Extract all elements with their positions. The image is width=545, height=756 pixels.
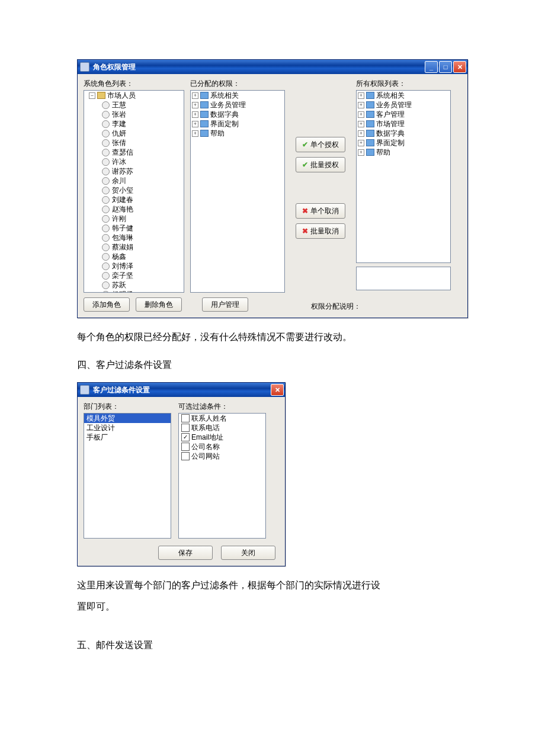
filter-label: 公司网站: [191, 451, 220, 462]
role-user-node[interactable]: 韩子健: [101, 223, 184, 233]
grant-one-button[interactable]: ✔ 单个授权: [296, 137, 345, 152]
role-user-node[interactable]: 张岩: [101, 110, 184, 119]
permission-node[interactable]: +业务员管理: [191, 100, 284, 110]
close-button[interactable]: ✕: [271, 384, 284, 396]
expand-icon[interactable]: +: [358, 102, 364, 108]
all-tree-panel[interactable]: +系统相关+业务员管理+客户管理+市场管理+数据字典+界面定制+帮助: [356, 90, 451, 263]
titlebar[interactable]: 客户过滤条件设置 ✕: [78, 383, 285, 397]
expand-icon[interactable]: +: [358, 121, 364, 127]
role-user-node[interactable]: 张倩: [101, 138, 184, 148]
filter-item[interactable]: 联系人姓名: [179, 414, 265, 423]
permission-node[interactable]: +数据字典: [357, 129, 450, 138]
permission-node[interactable]: +市场管理: [357, 119, 450, 129]
titlebar[interactable]: 角色权限管理 _ □ ✕: [78, 60, 467, 74]
grant-batch-button[interactable]: ✔ 批量授权: [296, 157, 345, 172]
expand-icon[interactable]: +: [192, 130, 198, 137]
role-user-node[interactable]: 刘建春: [101, 195, 184, 204]
permission-node[interactable]: +系统相关: [191, 91, 284, 100]
checkbox[interactable]: [181, 443, 190, 451]
dept-item[interactable]: 工业设计: [84, 423, 171, 433]
user-icon: [102, 215, 110, 223]
user-icon: [102, 253, 110, 261]
permission-node[interactable]: +帮助: [357, 148, 450, 157]
role-user-node[interactable]: 杨明勇: [101, 290, 184, 293]
permission-node[interactable]: +系统相关: [357, 91, 450, 100]
role-user-node[interactable]: 余川: [101, 176, 184, 185]
permission-label: 业务员管理: [210, 100, 246, 110]
minimize-button[interactable]: _: [425, 61, 438, 73]
role-user-node[interactable]: 包海琳: [101, 233, 184, 242]
filter-item[interactable]: 公司网站: [179, 451, 265, 461]
role-user-node[interactable]: 谢苏苏: [101, 166, 184, 176]
dept-item[interactable]: 模具外贸: [84, 414, 171, 423]
maximize-button[interactable]: □: [439, 61, 452, 73]
expand-icon[interactable]: +: [192, 92, 198, 99]
role-user-node[interactable]: 杨鑫: [101, 252, 184, 261]
dept-list-panel[interactable]: 模具外贸工业设计手板厂: [84, 413, 171, 539]
permission-node[interactable]: +数据字典: [191, 110, 284, 119]
filters-column: 可选过滤条件： 联系人姓名联系电话✓Email地址公司名称公司网站: [178, 402, 266, 539]
role-user-node[interactable]: 蔡淑娟: [101, 242, 184, 252]
folder-icon: [200, 92, 209, 99]
collapse-icon[interactable]: −: [89, 92, 95, 99]
permission-node[interactable]: +业务员管理: [357, 100, 450, 110]
role-user-label: 杨鑫: [112, 252, 126, 262]
filter-item[interactable]: ✓Email地址: [179, 433, 265, 442]
permission-label: 数据字典: [210, 110, 239, 120]
role-user-node[interactable]: 许刚: [101, 214, 184, 223]
checkbox[interactable]: [181, 424, 190, 432]
checkbox[interactable]: [181, 452, 190, 460]
expand-icon[interactable]: +: [192, 102, 198, 108]
delete-role-button[interactable]: 删除角色: [136, 297, 182, 312]
permission-node[interactable]: +界面定制: [191, 119, 284, 129]
role-user-node[interactable]: 栾子坚: [101, 271, 184, 280]
role-user-label: 谢苏苏: [112, 166, 133, 177]
app-icon: [80, 62, 89, 72]
permission-node[interactable]: +界面定制: [357, 138, 450, 148]
role-user-node[interactable]: 苏跃: [101, 280, 184, 290]
role-user-node[interactable]: 贺小玺: [101, 185, 184, 195]
checkbox[interactable]: ✓: [181, 433, 190, 441]
expand-icon[interactable]: +: [192, 121, 198, 127]
permission-node[interactable]: +帮助: [191, 129, 284, 138]
revoke-one-button[interactable]: ✖ 单个取消: [296, 203, 345, 219]
checkbox[interactable]: [181, 414, 190, 422]
user-icon: [102, 262, 110, 270]
dept-item[interactable]: 手板厂: [84, 433, 171, 442]
role-user-node[interactable]: 查瑟信: [101, 148, 184, 157]
filters-label: 可选过滤条件：: [178, 402, 266, 412]
role-user-node[interactable]: 许冰: [101, 157, 184, 166]
role-user-label: 王慧: [112, 100, 126, 110]
user-mgmt-button[interactable]: 用户管理: [202, 297, 248, 312]
role-user-node[interactable]: 赵海艳: [101, 204, 184, 214]
add-role-button[interactable]: 添加角色: [84, 297, 130, 312]
role-user-node[interactable]: 王慧: [101, 100, 184, 110]
save-button[interactable]: 保存: [158, 546, 213, 560]
assigned-tree-panel[interactable]: +系统相关+业务员管理+数据字典+界面定制+帮助: [190, 90, 285, 293]
assigned-label: 已分配的权限：: [190, 79, 285, 89]
expand-icon[interactable]: +: [192, 111, 198, 118]
revoke-batch-button[interactable]: ✖ 批量取消: [296, 223, 345, 239]
permission-node[interactable]: +客户管理: [357, 110, 450, 119]
filter-item[interactable]: 公司名称: [179, 442, 265, 451]
close-button[interactable]: 关闭: [221, 546, 275, 560]
dept-label: 部门列表：: [84, 402, 171, 412]
user-icon: [102, 111, 110, 118]
role-root-node[interactable]: − 市场人员: [88, 91, 184, 100]
close-button[interactable]: ✕: [453, 61, 466, 73]
expand-icon[interactable]: +: [358, 149, 364, 156]
revoke-batch-label: 批量取消: [310, 226, 339, 236]
filters-list-panel[interactable]: 联系人姓名联系电话✓Email地址公司名称公司网站: [178, 413, 266, 539]
roles-tree-panel[interactable]: − 市场人员 王慧张岩李建仇妍张倩查瑟信许冰谢苏苏余川贺小玺刘建春赵海艳许刚韩子…: [84, 90, 184, 293]
expand-icon[interactable]: +: [358, 111, 364, 118]
role-user-node[interactable]: 刘博泽: [101, 261, 184, 271]
role-user-label: 仇妍: [112, 129, 126, 139]
filter-item[interactable]: 联系电话: [179, 423, 265, 433]
role-user-node[interactable]: 仇妍: [101, 129, 184, 138]
expand-icon[interactable]: +: [358, 92, 364, 99]
folder-icon: [366, 130, 374, 137]
role-user-node[interactable]: 李建: [101, 119, 184, 129]
expand-icon[interactable]: +: [358, 130, 364, 137]
user-icon: [102, 234, 110, 242]
expand-icon[interactable]: +: [358, 140, 364, 146]
